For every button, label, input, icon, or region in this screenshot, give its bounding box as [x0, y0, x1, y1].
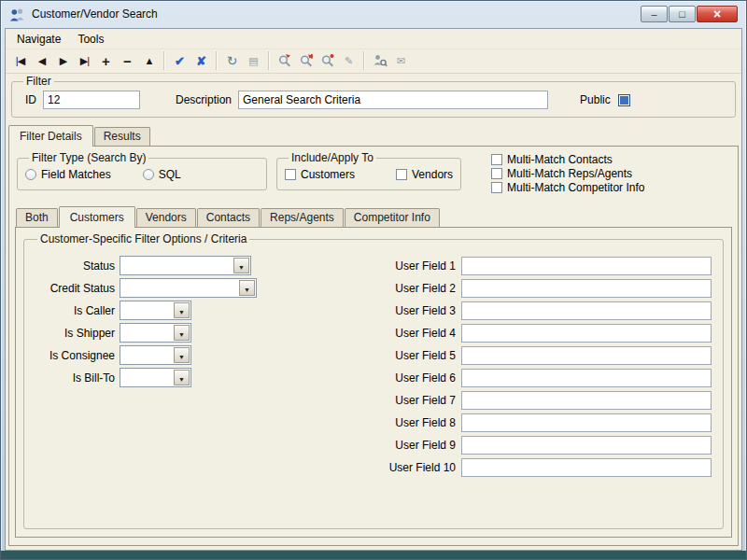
toolbar-separator: [268, 51, 270, 70]
print-button[interactable]: ▤: [243, 50, 264, 71]
multi-match-contacts-checkbox[interactable]: [491, 154, 502, 165]
tab-results[interactable]: Results: [94, 127, 150, 146]
status-dropdown-button[interactable]: [233, 258, 249, 273]
find-all-button[interactable]: [317, 50, 338, 71]
credit-status-dropdown-button[interactable]: [239, 280, 255, 296]
include-apply-groupbox: Include/Apply To Customers Vendors: [276, 151, 461, 190]
id-input[interactable]: [43, 91, 140, 109]
credit-status-dropdown[interactable]: [120, 278, 257, 298]
field-matches-option[interactable]: Field Matches: [25, 168, 111, 181]
tab-competitor-info[interactable]: Competitor Info: [345, 208, 440, 227]
status-dropdown-value: [120, 257, 233, 274]
status-dropdown[interactable]: [120, 256, 251, 275]
form-row: User Field 7: [364, 389, 717, 411]
multi-match-reps-option[interactable]: Multi-Match Reps/Agents: [491, 166, 644, 180]
user-field-3-input[interactable]: [461, 301, 712, 320]
menu-tools[interactable]: Tools: [70, 31, 111, 48]
multi-match-competitor-checkbox[interactable]: [491, 182, 502, 193]
include-customers-option[interactable]: Customers: [285, 168, 355, 181]
is-shipper-dropdown-button[interactable]: [174, 325, 190, 341]
filter-legend: Filter: [23, 75, 54, 88]
email-button[interactable]: ✉: [390, 50, 412, 71]
is-bill-to-dropdown-value: [120, 369, 173, 386]
close-button[interactable]: ×: [697, 6, 738, 22]
multi-match-reps-checkbox[interactable]: [491, 168, 502, 179]
is-shipper-dropdown[interactable]: [120, 323, 191, 343]
app-icon: [9, 7, 25, 21]
field-matches-label: Field Matches: [41, 168, 111, 181]
first-record-button[interactable]: |◀: [9, 50, 31, 71]
user-field-6-input[interactable]: [461, 369, 712, 387]
next-record-button[interactable]: ▶: [52, 50, 74, 71]
find-next-button[interactable]: [295, 50, 317, 71]
minimize-button[interactable]: –: [641, 6, 668, 22]
post-edit-button[interactable]: ✔: [169, 50, 190, 71]
is-consignee-label: Is Consignee: [30, 349, 120, 362]
user-field-10-input[interactable]: [461, 458, 712, 477]
user-field-1-input[interactable]: [461, 257, 712, 275]
tab-contacts[interactable]: Contacts: [197, 208, 260, 227]
public-label: Public: [580, 93, 611, 106]
refresh-icon: ↻: [227, 54, 238, 67]
form-row: Is Consignee: [30, 344, 364, 366]
multi-match-competitor-option[interactable]: Multi-Match Competitor Info: [491, 180, 644, 194]
include-vendors-option[interactable]: Vendors: [396, 168, 453, 181]
cancel-edit-button[interactable]: ✘: [190, 50, 212, 71]
form-row: User Field 8: [364, 412, 717, 433]
tab-both[interactable]: Both: [16, 208, 58, 227]
dropdown-column: Status Credit Status: [30, 255, 364, 479]
user-field-2-input[interactable]: [461, 279, 712, 298]
form-row: User Field 2: [364, 277, 717, 299]
window-title: Customer/Vendor Search: [32, 7, 158, 21]
customers-panel: Customer-Specific Filter Options / Crite…: [15, 227, 732, 538]
is-bill-to-dropdown[interactable]: [120, 368, 191, 387]
tab-vendors[interactable]: Vendors: [136, 208, 196, 227]
menu-navigate[interactable]: Navigate: [9, 31, 68, 48]
sql-radio[interactable]: [143, 169, 154, 180]
form-row: User Field 5: [364, 344, 717, 366]
edit-record-icon: ▲: [145, 56, 154, 66]
user-field-8-input[interactable]: [461, 413, 712, 432]
chevron-down-icon: [178, 349, 185, 362]
is-consignee-dropdown[interactable]: [120, 345, 191, 365]
form-row: Status: [30, 255, 364, 276]
criteria-options-row: Filter Type (Search By) Field Matches SQ…: [17, 151, 730, 194]
tab-reps-agents[interactable]: Reps/Agents: [261, 208, 344, 227]
is-caller-dropdown-button[interactable]: [174, 302, 190, 318]
refresh-button[interactable]: ↻: [221, 50, 243, 71]
clear-search-button[interactable]: ✎: [338, 50, 359, 71]
title-bar: Customer/Vendor Search – □ ×: [1, 1, 746, 27]
find-button[interactable]: [274, 50, 295, 71]
form-row: User Field 3: [364, 300, 717, 321]
prior-record-button[interactable]: ◀: [31, 50, 52, 71]
filter-details-panel: Filter Type (Search By) Field Matches SQ…: [8, 146, 739, 546]
sql-option[interactable]: SQL: [143, 168, 181, 181]
edit-record-button[interactable]: ▲: [138, 50, 160, 71]
tab-customers[interactable]: Customers: [59, 206, 135, 228]
user-field-5-input[interactable]: [461, 346, 712, 365]
user-field-4-input[interactable]: [461, 324, 712, 343]
is-bill-to-label: Is Bill-To: [30, 371, 120, 385]
user-field-7-input[interactable]: [461, 391, 712, 410]
app-window: Customer/Vendor Search – □ × Navigate To…: [0, 0, 747, 560]
include-apply-legend: Include/Apply To: [289, 151, 376, 164]
maximize-button[interactable]: □: [669, 6, 696, 22]
field-matches-radio[interactable]: [25, 169, 36, 180]
last-record-button[interactable]: ▶|: [74, 50, 95, 71]
user-field-9-input[interactable]: [461, 436, 712, 455]
user-field-2-label: User Field 2: [364, 282, 461, 295]
include-vendors-checkbox[interactable]: [396, 169, 407, 180]
multi-match-contacts-option[interactable]: Multi-Match Contacts: [491, 152, 644, 166]
is-bill-to-dropdown-button[interactable]: [174, 370, 190, 385]
public-checkbox[interactable]: [618, 94, 630, 106]
is-consignee-dropdown-button[interactable]: [174, 347, 190, 363]
description-input[interactable]: [238, 91, 548, 109]
is-shipper-label: Is Shipper: [30, 327, 120, 340]
filter-type-groupbox: Filter Type (Search By) Field Matches SQ…: [17, 151, 267, 190]
delete-record-button[interactable]: −: [117, 50, 138, 71]
is-caller-dropdown[interactable]: [120, 301, 191, 320]
insert-record-button[interactable]: +: [95, 50, 117, 71]
include-customers-checkbox[interactable]: [285, 169, 296, 180]
find-contact-button[interactable]: [369, 50, 390, 71]
tab-filter-details[interactable]: Filter Details: [8, 125, 93, 147]
